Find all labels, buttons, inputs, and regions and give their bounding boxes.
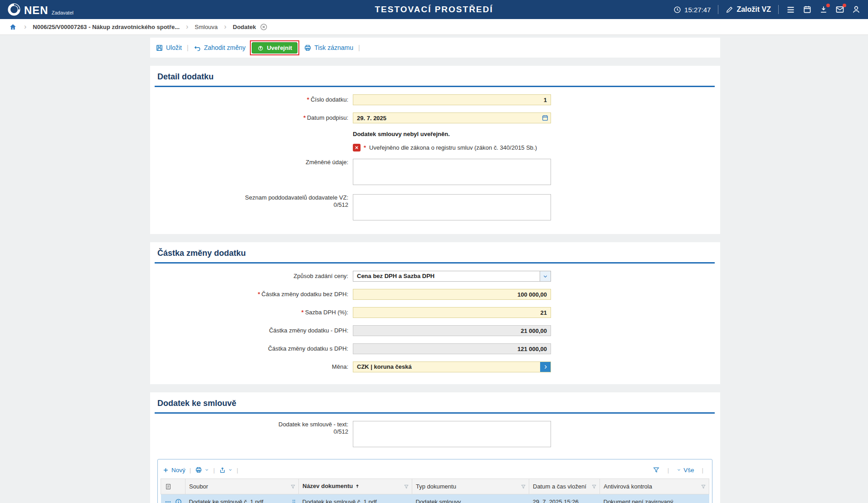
print-record-button[interactable]: Tisk záznamu (304, 44, 353, 52)
column-header-datum[interactable]: Datum a čas vložení (529, 479, 600, 494)
new-document-button[interactable]: Nový (162, 467, 185, 474)
column-label: Antivirová kontrola (604, 483, 652, 490)
header-row-icon-cell (161, 479, 185, 494)
column-filter-icon[interactable] (591, 484, 597, 491)
sazba-dph-input[interactable] (353, 307, 551, 318)
field-label: Sazba DPH (%): (156, 309, 353, 316)
export-icon (219, 467, 226, 474)
form-row: Změněné údaje: (156, 159, 714, 187)
sort-asc-icon (355, 483, 360, 490)
cell-antivir[interactable]: Dokument není zavirovaný (600, 494, 709, 503)
datum-podpisu-label: Datum podpisu: (307, 114, 348, 121)
publish-label: Uveřejnit (267, 44, 292, 51)
field-label: Částka změny dodatku bez DPH: (156, 291, 353, 298)
save-button[interactable]: Uložit (156, 44, 182, 52)
dodatek-text-textarea[interactable] (353, 421, 551, 447)
logo-subtitle: Zadavatel (52, 10, 73, 15)
save-label: Uložit (166, 44, 182, 51)
castka-bez-dph-input[interactable] (353, 289, 551, 300)
funnel-icon (653, 466, 660, 474)
messages-button[interactable] (835, 5, 844, 14)
section-castka-zmeny: Částka změny dodatku Způsob zadání ceny:… (150, 242, 720, 384)
section-divider (155, 412, 715, 414)
toolbar-separator (190, 467, 191, 474)
form-row: Datum podpisu: (156, 112, 714, 123)
breadcrumb-item-procurement[interactable]: N006/25/V00007263 - Nákup zdravotnického… (33, 24, 180, 30)
section-title: Detail dodatku (157, 72, 714, 82)
breadcrumb-item-smlouva[interactable]: Smlouva (195, 24, 218, 30)
cell-soubor[interactable]: Dodatek ke smlouvě č. 1.pdf (185, 494, 299, 503)
profile-button[interactable] (852, 5, 861, 14)
chevron-down-icon (205, 468, 209, 472)
grid-view-all-button[interactable]: Vše (677, 467, 694, 474)
file-link[interactable]: Dodatek ke smlouvě č. 1.pdf (189, 498, 263, 503)
mena-lookup-button[interactable] (540, 362, 551, 372)
zmenene-udaje-textarea[interactable] (353, 159, 551, 185)
datum-podpisu-input[interactable] (353, 112, 551, 123)
cislo-dodatku-input[interactable] (353, 94, 551, 105)
cell-datum[interactable]: 29. 7. 2025 15:26 (529, 494, 600, 503)
datepicker-button[interactable] (541, 114, 549, 122)
printer-icon (304, 44, 312, 52)
grid-filter-button[interactable] (653, 466, 660, 474)
column-header-typ[interactable]: Typ dokumentu (412, 479, 529, 494)
breadcrumb-separator (224, 23, 226, 31)
chevron-down-icon (228, 468, 233, 472)
required-marker (258, 291, 261, 298)
seznam-poddodavatelu-textarea[interactable] (353, 194, 551, 220)
undo-icon (194, 44, 201, 52)
column-filter-icon[interactable] (701, 484, 706, 491)
form-row: Částka změny dodatku - DPH: (156, 325, 714, 336)
seznam-poddodavatelu-label: Seznam poddodavatelů dodavatele VZ: (245, 194, 348, 201)
discard-changes-button[interactable]: Zahodit změny (194, 44, 246, 52)
table-row[interactable]: Dodatek ke smlouvě č. 1.pdf Dodatek ke s… (161, 494, 709, 503)
breadcrumb-item-dodatek[interactable]: Dodatek (233, 24, 256, 30)
record-toolbar: Uložit Zahodit změny Uveřejnit Tisk zázn… (150, 38, 720, 58)
form-row: Měna: CZK | koruna česká (156, 361, 714, 372)
required-marker (303, 114, 307, 121)
column-label: Typ dokumentu (416, 483, 456, 490)
section-divider (155, 262, 715, 264)
select-dropdown-button[interactable] (540, 271, 551, 281)
char-counter: 0/512 (333, 428, 348, 435)
section-detail-dodatku: Detail dodatku Číslo dodatku: Datum podp… (150, 66, 720, 234)
close-tab-button[interactable] (260, 23, 268, 31)
column-filter-icon[interactable] (521, 484, 526, 491)
menu-button[interactable] (786, 5, 795, 15)
downloads-badge (826, 4, 830, 7)
form-row: Sazba DPH (%): (156, 307, 714, 318)
cell-typ[interactable]: Dodatek smlouvy (412, 494, 529, 503)
breadcrumb-separator (186, 23, 188, 31)
create-vz-label: Založit VZ (736, 5, 771, 14)
row-handle-icon[interactable] (291, 498, 297, 503)
create-vz-button[interactable]: Založit VZ (726, 5, 771, 14)
printer-icon (195, 466, 202, 474)
column-filter-icon[interactable] (290, 484, 296, 491)
column-header-antivir[interactable]: Antivirová kontrola (600, 479, 709, 494)
column-label: Název dokumentu (302, 483, 353, 489)
cell-nazev[interactable]: Dodatek ke smlouvě č. 1.pdf (299, 494, 412, 503)
publish-status-notice: Dodatek smlouvy nebyl uveřejněn. (353, 131, 714, 137)
home-button[interactable] (9, 23, 17, 31)
column-filter-icon[interactable] (404, 484, 409, 491)
required-marker: * (364, 144, 366, 151)
row-info-button[interactable] (175, 498, 182, 503)
column-header-soubor[interactable]: Soubor (185, 479, 299, 494)
zpusob-zadani-ceny-select[interactable]: Cena bez DPH a Sazba DPH (353, 271, 551, 282)
mena-lookup-field[interactable]: CZK | koruna česká (353, 361, 551, 372)
select-value: Cena bez DPH a Sazba DPH (353, 271, 540, 281)
castka-bez-dph-label: Částka změny dodatku bez DPH: (262, 291, 348, 298)
calendar-button[interactable] (803, 5, 812, 14)
grid-print-button[interactable] (195, 466, 209, 474)
main-content: Uložit Zahodit změny Uveřejnit Tisk zázn… (150, 38, 720, 503)
nen-logo-icon (7, 3, 21, 16)
calendar-small-icon (541, 114, 549, 122)
row-menu-button[interactable] (165, 498, 171, 503)
hamburger-icon (786, 5, 795, 15)
downloads-button[interactable] (819, 5, 828, 14)
column-header-nazev[interactable]: Název dokumentu (299, 479, 412, 494)
field-label: Způsob zadání ceny: (156, 273, 353, 280)
grid-export-button[interactable] (219, 467, 233, 474)
app-logo[interactable]: NEN Zadavatel (7, 3, 73, 16)
publish-button[interactable]: Uveřejnit (252, 42, 297, 54)
